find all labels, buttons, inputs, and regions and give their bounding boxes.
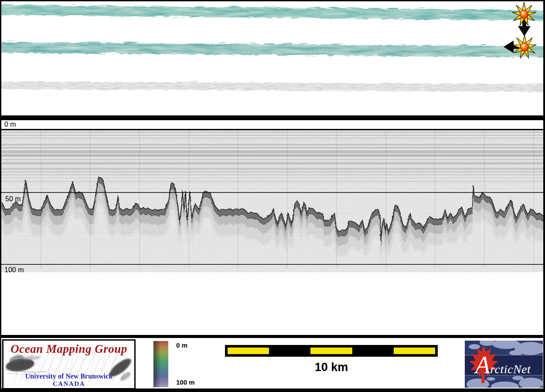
- depth-label-100m: 100 m: [4, 267, 24, 274]
- colorbar-label-top: 0 m: [176, 341, 187, 349]
- scale-bar-label: 10 km: [225, 361, 438, 374]
- divider-bottom: [0, 335, 545, 338]
- echogram: [1, 130, 544, 272]
- scalebar-segment-black: [352, 348, 394, 354]
- omg-country: CANADA: [3, 380, 134, 388]
- swath-strip-1: [0, 4, 545, 20]
- colorbar-label-bottom: 100 m: [176, 378, 195, 386]
- sonar-survey-figure: 0 m 50 m 100 m Ocean Mapping Group Unive…: [0, 0, 545, 392]
- depth-label-50m: 50 m: [5, 196, 21, 203]
- omg-title: Ocean Mapping Group: [3, 342, 134, 356]
- border-left: [0, 0, 1, 392]
- omg-logo: Ocean Mapping Group University of New Br…: [2, 339, 136, 389]
- scalebar-segment-yellow: [310, 348, 352, 354]
- scalebar-segment-yellow: [394, 348, 435, 354]
- omg-subtitle: University of New Brunswick: [3, 372, 134, 380]
- arcticnet-name: ArcticNet: [475, 351, 531, 379]
- swath-panel: [0, 0, 545, 115]
- scalebar-segment-black: [269, 348, 310, 354]
- border-bottom: [0, 389, 545, 392]
- depth-label-0m: 0 m: [4, 121, 16, 128]
- scalebar-segment-yellow: [228, 348, 269, 354]
- divider-top: [0, 115, 545, 120]
- swath-strip-3: [0, 81, 545, 91]
- border-top: [0, 0, 545, 1]
- depth-colorbar: [153, 341, 168, 387]
- swath-strip-2: [0, 41, 545, 56]
- border-right: [543, 0, 545, 392]
- speckle-noise-overlay: [1, 130, 544, 272]
- arcticnet-logo: ArcticNet: [465, 341, 543, 388]
- scale-bar: [225, 345, 438, 357]
